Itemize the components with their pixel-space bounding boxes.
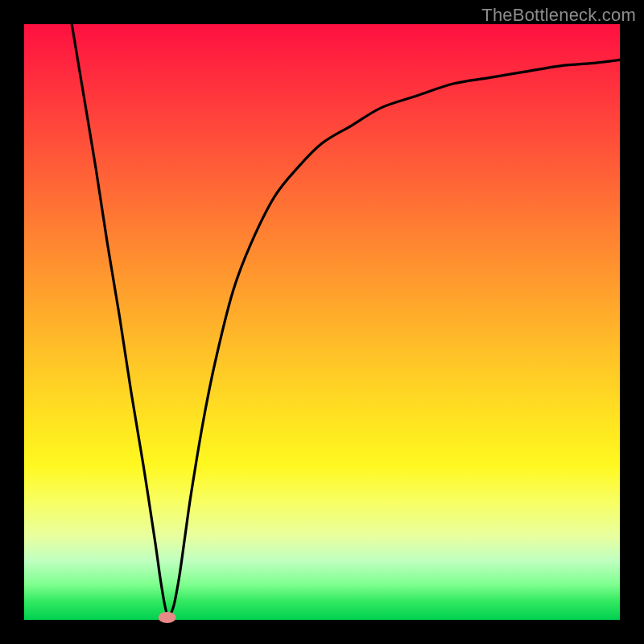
plot-area xyxy=(24,24,620,620)
minimum-marker xyxy=(159,612,176,623)
chart-svg xyxy=(24,24,620,620)
watermark-text: TheBottleneck.com xyxy=(481,5,636,26)
chart-frame: TheBottleneck.com xyxy=(0,0,644,644)
bottleneck-curve xyxy=(72,24,620,616)
